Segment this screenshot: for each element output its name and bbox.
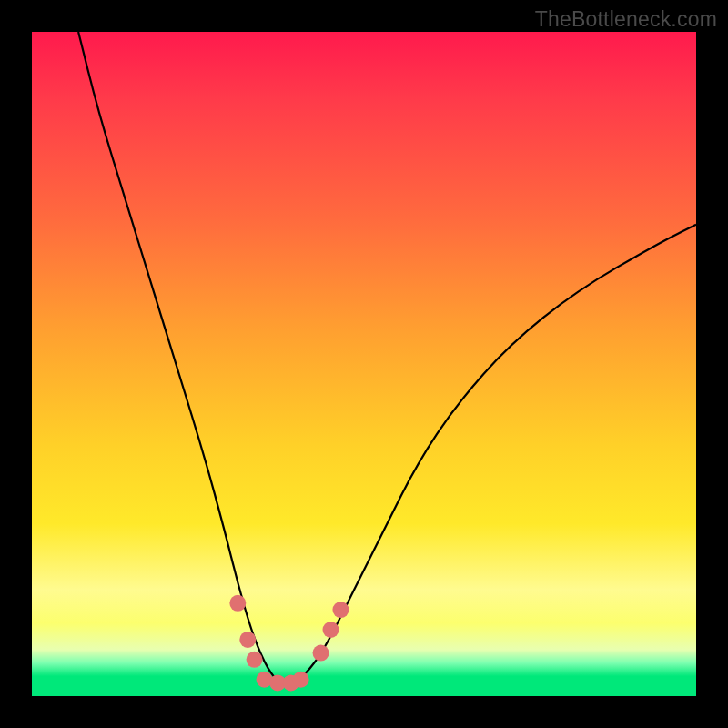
curve-layer: [32, 32, 696, 696]
watermark-text: TheBottleneck.com: [535, 7, 717, 32]
highlight-point: [247, 652, 263, 668]
chart-stage: TheBottleneck.com: [0, 0, 728, 728]
plot-area: [32, 32, 696, 696]
bottleneck-curve: [78, 32, 696, 682]
highlight-point: [293, 672, 309, 688]
curve-path: [78, 32, 696, 682]
highlight-point: [313, 645, 329, 662]
highlight-point: [332, 602, 349, 618]
highlight-point: [323, 622, 339, 638]
highlight-point: [229, 595, 246, 612]
highlight-markers: [229, 595, 349, 692]
highlight-point: [239, 632, 256, 648]
